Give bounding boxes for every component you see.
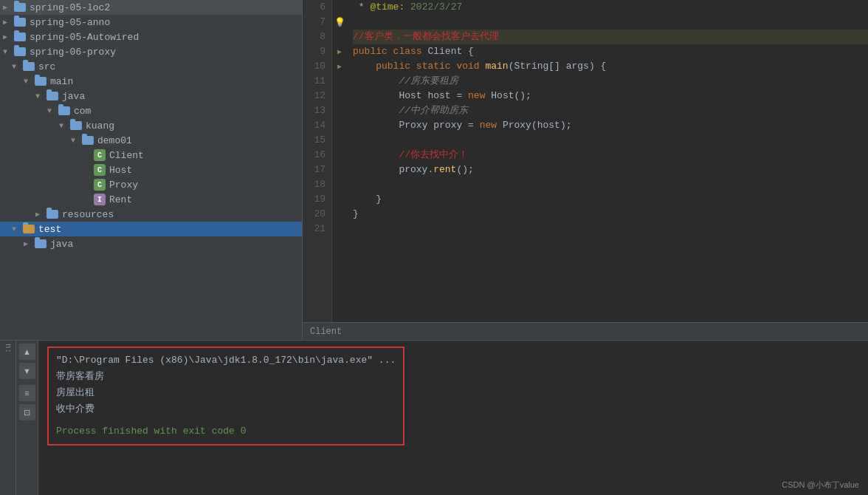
run-icon[interactable]: ▶ xyxy=(337,47,342,56)
arrow-icon: ▶ xyxy=(24,239,34,248)
line-num-20: 20 xyxy=(309,207,326,222)
sidebar-label: main xyxy=(50,76,73,87)
code-line-17: proxy.rent(); xyxy=(353,163,868,177)
gutter-15 xyxy=(332,133,347,148)
console-output-line-1: 带房客看房 xyxy=(56,369,396,385)
panel-btn-4[interactable]: ⊡ xyxy=(19,404,35,420)
line-num-12: 12 xyxy=(309,89,326,103)
line-num-21: 21 xyxy=(309,222,326,236)
arrow-icon: ▼ xyxy=(35,92,46,100)
csdn-label: CSDN @小布丁value xyxy=(782,480,859,489)
sidebar-item-spring05-autowired[interactable]: ▶ spring-05-Autowired xyxy=(0,30,302,44)
console-cmd-line: "D:\Program Files (x86)\Java\jdk1.8.0_17… xyxy=(56,352,396,369)
code-line-7 xyxy=(353,15,868,30)
code-line-10: public static void main(String[] args) { xyxy=(353,59,868,74)
folder-icon xyxy=(46,90,59,102)
code-text: proxy.rent(); xyxy=(353,163,474,177)
sidebar-item-test[interactable]: ▼ test xyxy=(0,222,302,236)
gutter-19 xyxy=(332,192,347,207)
sidebar-item-rent[interactable]: I Rent xyxy=(0,192,302,207)
code-line-18 xyxy=(353,177,868,192)
code-text: Proxy proxy = new Proxy(host); xyxy=(353,118,572,133)
sidebar-label: spring-06-proxy xyxy=(30,47,116,58)
line-num-9: 9 xyxy=(309,44,326,59)
sidebar-label: spring-05-loc2 xyxy=(30,2,110,13)
sidebar-item-proxy[interactable]: C Proxy xyxy=(0,177,302,192)
scroll-down-button[interactable]: ▼ xyxy=(19,363,35,379)
line-num-19: 19 xyxy=(309,192,326,207)
panel-toolbar: ▲ ▼ ≡ ⊡ xyxy=(16,341,38,495)
code-text: //房东要租房 xyxy=(353,74,458,89)
sidebar-label: test xyxy=(38,224,61,235)
sidebar-item-spring05-loc2[interactable]: ▶ spring-05-loc2 xyxy=(0,0,302,15)
class-c-icon: C xyxy=(93,179,106,191)
gutter-9[interactable]: ▶ xyxy=(332,44,347,59)
gutter-10[interactable]: ▶ xyxy=(332,59,347,74)
sidebar-label: kuang xyxy=(86,120,114,132)
sidebar-item-resources[interactable]: ▶ resources xyxy=(0,207,302,222)
code-text: public class Client { xyxy=(353,44,474,59)
folder-icon xyxy=(22,223,35,235)
code-editor[interactable]: * @time: 2022/3/27 //客户类，一般都会找客户去代理 publ… xyxy=(347,0,868,322)
folder-icon xyxy=(13,1,27,13)
code-line-20: } xyxy=(353,207,868,222)
sidebar-item-host[interactable]: C Host xyxy=(0,163,302,177)
sidebar-label: java xyxy=(50,239,73,250)
panel-btn-3[interactable]: ≡ xyxy=(19,385,35,401)
sidebar-item-demo01[interactable]: ▼ demo01 xyxy=(0,133,302,148)
arrow-icon: ▶ xyxy=(35,210,46,219)
scroll-up-button[interactable]: ▲ xyxy=(19,344,35,360)
sidebar-label: Client xyxy=(109,150,144,161)
sidebar-label: src xyxy=(38,61,55,72)
panel-sidebar: n: xyxy=(0,341,16,495)
code-line-16: //你去找中介！ xyxy=(353,148,868,163)
sidebar-label: spring-05-anno xyxy=(30,17,110,28)
console-box: "D:\Program Files (x86)\Java\jdk1.8.0_17… xyxy=(47,346,404,446)
folder-icon xyxy=(13,46,27,58)
bottom-panel-content: n: ▲ ▼ ≡ ⊡ "D:\Program Files (x86)\Java\… xyxy=(0,341,868,495)
sidebar-item-spring05-anno[interactable]: ▶ spring-05-anno xyxy=(0,15,302,30)
sidebar-item-java[interactable]: ▼ java xyxy=(0,89,302,103)
class-c-icon: C xyxy=(93,149,106,161)
sidebar-label: Rent xyxy=(109,194,132,205)
line-num-15: 15 xyxy=(309,133,326,148)
class-i-icon: I xyxy=(93,194,106,205)
code-line-21 xyxy=(353,222,868,236)
output-text-1: 带房客看房 xyxy=(56,371,104,382)
code-line-15 xyxy=(353,133,868,148)
arrow-icon: ▼ xyxy=(3,48,13,56)
gutter-12 xyxy=(332,89,347,103)
code-text: //中介帮助房东 xyxy=(353,103,468,118)
console-output[interactable]: "D:\Program Files (x86)\Java\jdk1.8.0_17… xyxy=(38,341,868,495)
sidebar-item-java2[interactable]: ▶ java xyxy=(0,236,302,251)
bottom-right-label: CSDN @小布丁value xyxy=(782,479,859,491)
line-num-18: 18 xyxy=(309,177,326,192)
code-line-9: public class Client { xyxy=(353,44,868,59)
folder-icon xyxy=(34,75,47,87)
editor-tab-label: Client xyxy=(310,327,342,337)
line-num-11: 11 xyxy=(309,74,326,89)
gutter-17 xyxy=(332,163,347,177)
line-num-13: 13 xyxy=(309,103,326,118)
folder-icon xyxy=(13,31,27,43)
sidebar-item-client[interactable]: C Client xyxy=(0,148,302,163)
line-num-10: 10 xyxy=(309,59,326,74)
sidebar-item-com[interactable]: ▼ com xyxy=(0,103,302,118)
sidebar-item-main[interactable]: ▼ main xyxy=(0,74,302,89)
sidebar-label: demo01 xyxy=(97,135,132,146)
folder-icon xyxy=(81,134,94,146)
code-container[interactable]: 6 7 8 9 10 11 12 13 14 15 16 17 18 19 20… xyxy=(303,0,868,322)
arrow-icon: ▼ xyxy=(59,122,69,130)
sidebar-item-kuang[interactable]: ▼ kuang xyxy=(0,118,302,133)
run-icon[interactable]: ▶ xyxy=(337,62,342,71)
sidebar-item-src[interactable]: ▼ src xyxy=(0,59,302,74)
editor-statusbar: Client xyxy=(303,322,868,340)
gutter-7: 💡 xyxy=(332,15,347,30)
code-line-14: Proxy proxy = new Proxy(host); xyxy=(353,118,868,133)
folder-icon xyxy=(34,238,47,250)
line-num-14: 14 xyxy=(309,118,326,133)
gutter-18 xyxy=(332,177,347,192)
panel-label: n: xyxy=(4,344,13,353)
sidebar-item-spring06-proxy[interactable]: ▼ spring-06-proxy xyxy=(0,44,302,59)
gutter-6 xyxy=(332,0,347,15)
